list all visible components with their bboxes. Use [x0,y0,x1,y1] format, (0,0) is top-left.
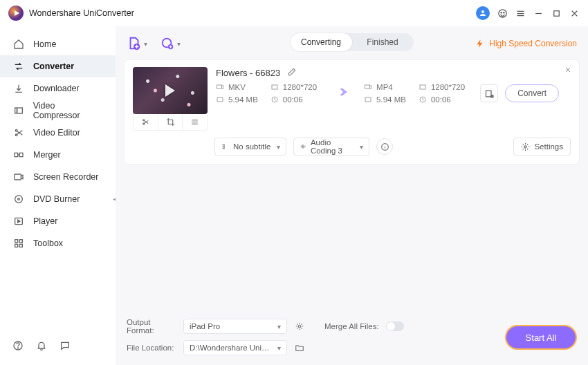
add-file-button[interactable]: ▾ [127,36,147,51]
sidebar-item-label: Video Compressor [33,101,103,120]
recorder-icon [12,171,25,182]
svg-point-2 [501,12,502,12]
sidebar-item-label: Merger [33,150,61,160]
svg-rect-25 [217,85,222,88]
svg-rect-15 [19,240,22,243]
sidebar-item-compressor[interactable]: Video Compressor [0,100,116,122]
home-icon [12,39,25,50]
dst-resolution: 1280*720 [431,83,465,91]
tab-converting[interactable]: Converting [291,33,352,51]
help-icon[interactable] [12,340,24,354]
svg-point-12 [18,198,20,200]
user-avatar[interactable] [476,6,490,20]
file-name: Flowers - 66823 [216,68,280,78]
video-thumbnail[interactable] [133,67,208,114]
svg-rect-14 [15,240,18,243]
src-format: MKV [228,83,246,91]
svg-rect-5 [15,108,22,113]
effects-button[interactable] [182,114,207,130]
svg-rect-4 [553,10,559,16]
sidebar-item-merger[interactable]: Merger [0,144,116,166]
info-button[interactable] [376,138,393,155]
support-icon[interactable] [497,8,508,19]
src-duration: 00:06 [283,95,303,104]
maximize-button[interactable] [551,8,562,19]
output-settings-button[interactable] [480,84,498,102]
disc-icon [12,194,25,205]
sidebar-item-label: Screen Recorder [33,172,99,182]
sidebar-item-editor[interactable]: Video Editor [0,122,116,144]
file-location-select[interactable]: D:\Wondershare UniConverter▾ [183,340,287,355]
audio-select[interactable]: Audio Coding 3 ▾ [293,138,369,156]
svg-rect-8 [15,153,18,156]
dst-format: MP4 [376,83,393,91]
output-format-label: Output Format: [127,318,176,335]
svg-rect-17 [19,244,22,247]
remove-file-button[interactable] [564,64,572,77]
sidebar-item-label: DVD Burner [33,194,80,204]
bell-icon[interactable] [36,340,47,354]
svg-point-19 [17,348,18,348]
chevron-down-icon: ▾ [360,143,363,151]
sidebar-item-toolbox[interactable]: Toolbox [0,232,116,254]
svg-rect-29 [420,85,425,89]
settings-button[interactable]: Settings [513,138,571,156]
target-format-block: MP4 1280*720 5.94 MB 00:06 [364,83,465,104]
menu-icon[interactable] [515,8,526,19]
chevron-down-icon: ▾ [277,143,280,151]
sidebar-item-recorder[interactable]: Screen Recorder [0,166,116,188]
trim-button[interactable] [134,114,158,130]
add-url-button[interactable]: ▾ [160,36,181,51]
rename-button[interactable] [287,67,297,79]
minimize-button[interactable] [533,8,544,19]
svg-point-7 [15,134,17,136]
sidebar-item-label: Home [33,39,56,49]
source-format-block: MKV 1280*720 5.94 MB 00:06 [216,83,317,104]
svg-point-0 [481,10,484,13]
high-speed-label: High Speed Conversion [489,39,577,48]
format-settings-icon[interactable] [294,321,305,332]
svg-point-35 [298,325,301,328]
subtitle-select[interactable]: No subtitle ▾ [214,138,286,156]
audio-value: Audio Coding 3 [311,138,356,155]
sidebar-item-converter[interactable]: Converter [0,55,116,77]
compressor-icon [12,105,25,116]
high-speed-toggle[interactable]: High Speed Conversion [475,39,577,48]
tab-finished[interactable]: Finished [352,33,414,51]
merger-icon [12,149,25,160]
open-folder-button[interactable] [294,342,305,353]
crop-button[interactable] [158,114,183,130]
converter-icon [12,61,25,72]
start-all-button[interactable]: Start All [506,326,576,348]
tab-segment: Converting Finished [291,33,414,51]
sidebar-item-label: Player [33,216,57,226]
chevron-down-icon: ▾ [277,323,281,330]
src-resolution: 1280*720 [283,83,317,91]
file-location-label: File Location: [127,344,176,352]
sidebar-item-label: Converter [33,62,74,71]
sidebar-item-player[interactable]: Player [0,210,116,232]
svg-point-6 [15,129,17,131]
sidebar-item-home[interactable]: Home [0,33,116,55]
svg-point-3 [503,12,504,12]
file-card: Flowers - 66823 MKV 1280*720 5.94 MB 00:… [124,59,580,165]
svg-point-34 [524,145,526,147]
svg-point-24 [143,123,145,124]
feedback-icon[interactable] [59,340,71,354]
file-location-value: D:\Wondershare UniConverter [190,344,273,352]
merge-label: Merge All Files: [324,322,379,330]
sidebar-item-downloader[interactable]: Downloader [0,77,116,100]
subtitle-value: No subtitle [233,142,270,151]
grid-icon [12,238,25,249]
output-format-select[interactable]: iPad Pro▾ [183,319,287,334]
close-button[interactable] [569,8,580,19]
merge-toggle[interactable] [386,321,404,331]
sidebar-item-dvdburner[interactable]: DVD Burner [0,188,116,210]
convert-button[interactable]: Convert [505,84,559,102]
titlebar: Wondershare UniConverter [0,0,588,26]
download-icon [12,83,25,94]
dst-size: 5.94 MB [376,95,406,104]
play-icon [12,216,25,227]
svg-rect-28 [365,85,370,88]
scissors-icon [12,127,25,138]
